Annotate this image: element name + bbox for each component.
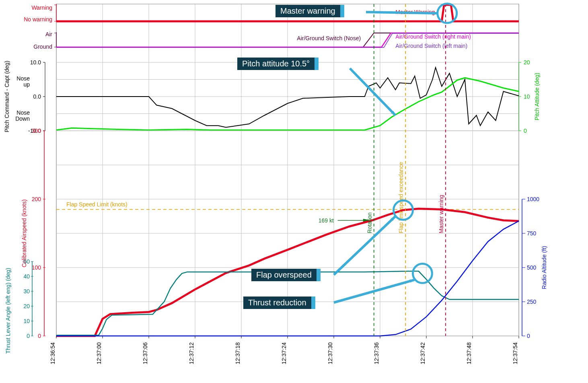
svg-text:Master warning: Master warning [438, 195, 444, 233]
svg-text:Ground: Ground [33, 43, 52, 50]
svg-text:Air/Ground Switch (left main): Air/Ground Switch (left main) [395, 43, 467, 49]
svg-text:Warning: Warning [31, 4, 52, 11]
svg-text:200: 200 [32, 196, 41, 202]
svg-text:12:37:48: 12:37:48 [466, 342, 472, 364]
svg-text:Flap limit speed exceedance: Flap limit speed exceedance [398, 162, 404, 233]
svg-text:0: 0 [524, 128, 527, 134]
svg-text:169 kt: 169 kt [319, 217, 334, 224]
svg-text:100: 100 [32, 264, 41, 271]
annotation-master-warning: Master warning [275, 5, 344, 17]
svg-text:40: 40 [23, 273, 30, 280]
svg-text:0: 0 [527, 333, 530, 339]
svg-text:12:37:30: 12:37:30 [327, 342, 333, 364]
svg-text:750: 750 [527, 230, 537, 237]
annotation-flap-overspeed: Flap overspeed [251, 269, 321, 281]
annotation-text: Master warning [280, 6, 335, 15]
svg-text:12:37:12: 12:37:12 [188, 342, 195, 364]
svg-text:Nose: Nose [16, 109, 30, 116]
svg-text:12:37:00: 12:37:00 [96, 342, 102, 364]
svg-text:12:37:24: 12:37:24 [281, 342, 287, 364]
svg-text:20: 20 [524, 59, 530, 66]
svg-text:Calibrated Airspeed (knots): Calibrated Airspeed (knots) [21, 200, 27, 268]
svg-text:Air: Air [45, 31, 52, 37]
svg-text:up: up [23, 81, 30, 88]
svg-text:10: 10 [524, 93, 530, 100]
svg-text:Air/Ground Switch (Nose): Air/Ground Switch (Nose) [297, 35, 361, 41]
svg-text:Down: Down [15, 115, 30, 122]
svg-text:30: 30 [23, 288, 30, 294]
svg-text:10: 10 [23, 318, 30, 324]
svg-point-105 [438, 4, 457, 23]
svg-text:12:37:06: 12:37:06 [142, 342, 148, 364]
svg-line-110 [350, 68, 395, 115]
annotation-text: Flap overspeed [256, 270, 312, 279]
svg-text:10.0: 10.0 [30, 59, 41, 66]
flight-data-chart: No warningWarningMaster WarningGroundAir… [0, 0, 588, 383]
svg-text:1000: 1000 [527, 196, 539, 202]
svg-text:500: 500 [527, 264, 537, 271]
svg-text:Air/Ground Switch (right main): Air/Ground Switch (right main) [395, 33, 471, 40]
svg-text:50: 50 [23, 258, 30, 265]
svg-text:12:37:54: 12:37:54 [512, 342, 518, 364]
svg-text:20: 20 [23, 303, 30, 309]
svg-text:300: 300 [32, 128, 41, 134]
annotation-text: Pitch attitude 10.5° [242, 59, 310, 68]
svg-text:Rotation: Rotation [366, 212, 373, 233]
svg-text:0.0: 0.0 [33, 93, 41, 100]
svg-line-112 [334, 216, 395, 275]
svg-text:Pitch Command - Capt (deg): Pitch Command - Capt (deg) [4, 61, 10, 132]
svg-text:Pitch Attitude (deg): Pitch Attitude (deg) [534, 73, 540, 120]
svg-point-107 [413, 264, 432, 283]
svg-text:0: 0 [38, 333, 41, 339]
svg-text:12:37:18: 12:37:18 [234, 342, 241, 364]
svg-text:0: 0 [27, 333, 30, 339]
annotation-text: Thrust reduction [248, 298, 306, 307]
svg-text:Thrust Lever Angle (left eng) : Thrust Lever Angle (left eng) (deg) [5, 268, 11, 354]
svg-text:12:37:36: 12:37:36 [373, 342, 380, 364]
svg-text:250: 250 [527, 299, 537, 305]
annotation-pitch-attitude: Pitch attitude 10.5° [237, 58, 319, 70]
svg-text:12:37:42: 12:37:42 [419, 342, 426, 364]
svg-text:No warning: No warning [24, 16, 52, 23]
svg-text:12:36:54: 12:36:54 [49, 342, 56, 364]
svg-text:Flap Speed Limit (knots): Flap Speed Limit (knots) [66, 201, 127, 208]
svg-text:Nose: Nose [16, 75, 30, 82]
svg-text:Radio Altitude (ft): Radio Altitude (ft) [541, 246, 547, 289]
svg-line-108 [366, 12, 438, 13]
annotation-thrust-reduction: Thrust reduction [243, 297, 315, 309]
